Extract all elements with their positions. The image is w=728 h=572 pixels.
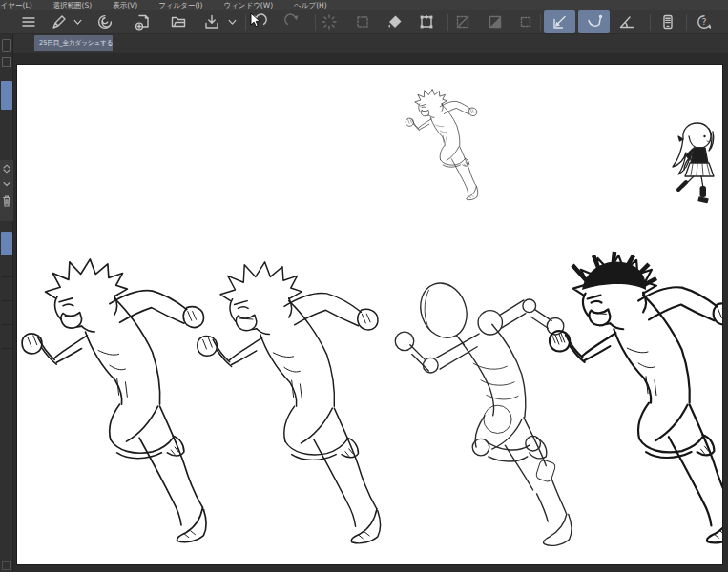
- document-tab-bar: 25日目_全力ダッシュする男の子を描こう ●: [13, 34, 728, 53]
- toolbar-divider: [315, 14, 316, 31]
- half-filled-square-icon: [487, 13, 504, 31]
- pen-tool-dropdown-button[interactable]: [71, 11, 85, 32]
- palette-square[interactable]: [2, 57, 11, 67]
- toolbar-divider: [540, 14, 541, 31]
- chevron-down-icon: [71, 13, 85, 31]
- bottom-palette-square[interactable]: [2, 561, 11, 570]
- diagonal-square-icon: [454, 13, 471, 31]
- tablet-icon: [659, 13, 676, 31]
- help-bubble-icon: ?: [696, 13, 713, 31]
- figure-pose-mannequin: [395, 276, 572, 545]
- chevron-down-icon[interactable]: [2, 179, 11, 189]
- redo-button[interactable]: [281, 11, 303, 32]
- canvas-page[interactable]: [17, 65, 722, 564]
- snap-grid-icon: [618, 13, 635, 31]
- toolbar-divider: [686, 14, 687, 31]
- invert-selection-button[interactable]: [451, 11, 474, 32]
- mouse-cursor: [250, 13, 261, 29]
- pen-icon: [51, 13, 68, 31]
- menu-selection[interactable]: 選択範囲(S): [43, 0, 103, 10]
- command-bar: ?: [0, 10, 728, 34]
- open-folder-icon: [170, 13, 187, 31]
- open-file-button[interactable]: [167, 11, 190, 32]
- svg-text:?: ?: [701, 16, 706, 27]
- toolbar-divider: [650, 14, 651, 31]
- figure-runner-sketch-1: [22, 259, 206, 542]
- pen-tool-button[interactable]: [48, 11, 71, 32]
- paint-app-window: レイヤー(L) 選択範囲(S) 表示(V) フィルター(I) ウィンドウ(W) …: [0, 0, 728, 572]
- burst-circle-icon: [321, 13, 338, 31]
- figure-runner-thumbnail: [406, 90, 477, 200]
- spiral-logo-icon: [96, 13, 114, 31]
- toolbar-divider: [245, 14, 246, 31]
- main-menu-button[interactable]: [17, 11, 40, 32]
- scale-rotate-button[interactable]: [415, 11, 438, 32]
- clip-studio-button[interactable]: [94, 11, 116, 32]
- snap-to-ruler-button[interactable]: [544, 10, 575, 33]
- companion-mode-button[interactable]: [656, 11, 679, 32]
- active-palette-highlight[interactable]: [1, 81, 12, 110]
- paint-bucket-icon: [386, 13, 404, 31]
- figure-runner-sketch-dark-hair: [550, 252, 722, 542]
- menu-view[interactable]: 表示(V): [102, 0, 148, 10]
- dashed-square-icon: [354, 13, 371, 31]
- palette-separator: [2, 300, 11, 301]
- fill-button[interactable]: [384, 11, 406, 32]
- active-palette-highlight-2[interactable]: [1, 232, 12, 255]
- help-button[interactable]: ?: [693, 11, 716, 32]
- clear-button[interactable]: [318, 11, 341, 32]
- deselect-button[interactable]: [514, 11, 537, 32]
- snap-ruler-icon: [551, 13, 569, 31]
- small-dashed-square-icon: [517, 13, 534, 31]
- save-icon: [203, 13, 220, 31]
- transform-frame-icon: [418, 13, 435, 31]
- canvas-area[interactable]: [13, 53, 728, 572]
- trash-icon[interactable]: [2, 194, 11, 208]
- redo-icon: [283, 13, 301, 31]
- palette-separator: [2, 348, 11, 349]
- expand-chevrons-icon[interactable]: [2, 164, 11, 174]
- snap-special-ruler-icon: [586, 13, 603, 31]
- chevron-down-icon: [225, 13, 239, 31]
- clear-outside-selection-button[interactable]: [351, 11, 374, 32]
- canvas-drawing: [17, 65, 722, 564]
- menu-bar: レイヤー(L) 選択範囲(S) 表示(V) フィルター(I) ウィンドウ(W) …: [0, 0, 728, 10]
- palette-separator: [2, 324, 11, 325]
- rail-panel: [0, 160, 13, 221]
- hamburger-icon: [20, 13, 37, 31]
- document-title: 25日目_全力ダッシュする男の子を描こう: [39, 39, 113, 48]
- menu-filter[interactable]: フィルター(I): [148, 0, 213, 10]
- snap-to-special-ruler-button[interactable]: [578, 10, 610, 33]
- toolbar-divider: [447, 14, 448, 31]
- menu-help[interactable]: ヘルプ(H): [283, 0, 338, 10]
- save-dropdown-button[interactable]: [225, 11, 239, 32]
- menu-window[interactable]: ウィンドウ(W): [213, 0, 283, 10]
- figure-girl-thumbnail: [673, 123, 714, 203]
- snap-to-grid-button[interactable]: [615, 11, 638, 32]
- new-document-icon: [135, 13, 152, 31]
- palette-separator: [2, 276, 11, 277]
- left-tool-rail: [0, 34, 13, 572]
- expand-selection-button[interactable]: [484, 11, 507, 32]
- figure-runner-sketch-2: [198, 262, 381, 543]
- collapsed-palette-tab[interactable]: [2, 39, 11, 52]
- document-tab[interactable]: 25日目_全力ダッシュする男の子を描こう ●: [34, 35, 113, 51]
- save-file-button[interactable]: [200, 11, 223, 32]
- new-file-button[interactable]: [132, 11, 155, 32]
- menu-layer[interactable]: レイヤー(L): [0, 0, 43, 10]
